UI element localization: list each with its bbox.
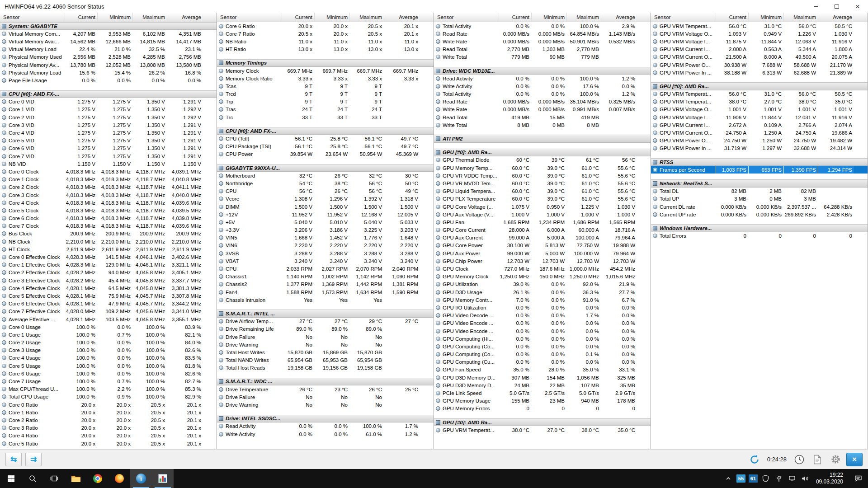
sensor-row-core-2-effective-clock[interactable]: Core 2 Effective Clock4,028.2 MHz94.0 MH… <box>0 269 217 277</box>
volume-tray-button[interactable] <box>800 469 810 488</box>
close-sensors-button[interactable]: × <box>846 453 863 466</box>
sensor-row-gpu-fan[interactable]: GPU Fan1,685 RPM1,234 RPM1,686 RPM1,565 … <box>434 218 651 226</box>
section-system-gigabyte[interactable]: System: GIGABYTE <box>0 22 217 30</box>
sensor-row-vin5[interactable]: VIN51.668 V1.452 V1.776 V1.648 V <box>217 234 434 242</box>
section-memory-timings[interactable]: Memory Timings <box>217 59 434 67</box>
sensor-row-write-total[interactable]: Write Total779 MB90 MB779 MB <box>434 53 651 61</box>
defender-tray-button[interactable] <box>761 469 771 488</box>
sensor-row-gpu-core-current[interactable]: GPU Core Current28.000 A6.000 A60.000 A1… <box>434 226 651 234</box>
sensor-row-trc[interactable]: Trc33 T33 T33 T <box>217 113 434 121</box>
section-gpu-0-amd-ra[interactable]: GPU [#0]: AMD Ra... <box>434 149 651 156</box>
sensor-row-gpu-plx-temperature[interactable]: GPU PLX Temperature60.0 °C39.0 °C61.0 °C… <box>434 195 651 203</box>
sensor-row-nb-vid[interactable]: NB VID1.150 V1.150 V1.150 V1.150 V <box>0 160 217 168</box>
sensor-row-gpu-d3d-memory-d[interactable]: GPU D3D Memory D...24 MB22 MB107 MB35 MB <box>434 381 651 389</box>
sensor-row-core-1-vid[interactable]: Core 1 VID1.275 V1.275 V1.350 V1.292 V <box>0 106 217 113</box>
sensor-row-physical-memory-load[interactable]: Physical Memory Load15.6 %15.4 %26.2 %16… <box>0 69 217 76</box>
sensor-row-gpu-computing-co[interactable]: GPU Computing (Co...0.0 %0.0 %0.1 %0.0 % <box>434 351 651 358</box>
sensor-row-drive-failure[interactable]: Drive FailureNoNoNo <box>217 393 434 401</box>
sensor-row-core-1-ratio[interactable]: Core 1 Ratio20.0 x20.0 x20.5 x20.1 x <box>0 408 217 416</box>
sensor-row-trp[interactable]: Trp9 T9 T9 T <box>217 98 434 106</box>
firefox-button[interactable] <box>108 469 130 488</box>
column-header-minimum[interactable]: Minimum <box>97 13 132 22</box>
sensor-row-gpu-memory-usage[interactable]: GPU Memory Usage155 MB23 MB940 MB178 MB <box>434 397 651 405</box>
sensor-row-core-4-clock[interactable]: Core 4 Clock4,018.3 MHz4,018.3 MHz4,118.… <box>0 199 217 206</box>
section-drive-intel-ssdsc[interactable]: Drive: INTEL SSDSC... <box>217 415 434 422</box>
sensor-row-read-activity[interactable]: Read Activity0.0 %0.0 %100.0 %1.7 % <box>217 422 434 430</box>
column-header-average[interactable]: Average <box>601 13 637 22</box>
column-header-minimum[interactable]: Minimum <box>531 13 566 22</box>
hwinfo-tray-readout-2[interactable]: 61 <box>749 474 758 483</box>
sensor-row-ht-ratio[interactable]: HT Ratio13.0 x13.0 x13.0 x13.0 x <box>217 46 434 53</box>
section-cpu-0-amd-fx[interactable]: CPU [#0]: AMD FX-... <box>217 127 434 135</box>
sensor-row-total-errors[interactable]: Total Errors0000 <box>651 232 868 240</box>
column-header-sensor[interactable]: Sensor <box>0 14 65 20</box>
sensor-row-gpu-computing-hi[interactable]: GPU Computing (Hi...0.0 %0.0 %0.0 %0.0 % <box>434 335 651 343</box>
sensor-row-frames-per-second[interactable]: Frames per Second1,003 FPS653 FPS1,390 F… <box>651 166 868 174</box>
sensor-row-tcas[interactable]: Tcas9 T9 T9 T <box>217 82 434 90</box>
sensor-row-chassis1[interactable]: Chassis11,140 RPM1,002 RPM1,142 RPM1,090… <box>217 273 434 281</box>
sensor-row-core-2-clock[interactable]: Core 2 Clock4,018.3 MHz4,018.3 MHz4,118.… <box>0 183 217 191</box>
section-gpu-0-amd-ra[interactable]: GPU [#0]: AMD Ra... <box>434 418 651 426</box>
sensor-row-core-5-usage[interactable]: Core 5 Usage100.0 %0.0 %100.0 %81.8 % <box>0 362 217 370</box>
sensor-row-gpu-thermal-diode[interactable]: GPU Thermal Diode60 °C39 °C61 °C56 °C <box>434 156 651 164</box>
sensor-row-drive-airflow-temp[interactable]: Drive Airflow Temp...27 °C27 °C29 °C27 °… <box>217 318 434 325</box>
sensor-row-gpu-vrm-voltage-i[interactable]: GPU VRM Voltage I...11.875 V11.844 V12.0… <box>651 38 868 45</box>
sensor-row-cpu-power[interactable]: CPU Power39.854 W23.654 W50.954 W45.369 … <box>217 150 434 158</box>
usb-tray-button[interactable] <box>774 469 784 488</box>
sensor-row-cpu-package-tsi[interactable]: CPU Package (TSI)56.1 °C25.8 °C56.1 °C49… <box>217 143 434 150</box>
chrome-button[interactable] <box>87 469 108 488</box>
maximize-button[interactable] <box>826 0 847 13</box>
sensor-row-cpu[interactable]: CPU56 °C26 °C56 °C49 °C <box>217 188 434 195</box>
column-header-average[interactable]: Average <box>384 13 420 22</box>
sensor-row-core-7-vid[interactable]: Core 7 VID1.275 V1.275 V1.350 V1.291 V <box>0 152 217 160</box>
sensor-row-chassis-intrusion[interactable]: Chassis IntrusionYesYesYes <box>217 296 434 304</box>
column-header-sensor[interactable]: Sensor <box>651 14 716 20</box>
sensor-row-gpu-core-power[interactable]: GPU Core Power30.100 W5.813 W72.750 W19.… <box>434 242 651 249</box>
sensor-row-read-rate[interactable]: Read Rate0.000 MB/s0.000 MB/s64.854 MB/s… <box>434 30 651 38</box>
section-gigabyte-990xa-u[interactable]: GIGABYTE 990XA-U... <box>217 164 434 172</box>
reset-values-button[interactable] <box>747 453 762 466</box>
sensor-row-core-6-clock[interactable]: Core 6 Clock4,018.3 MHz4,018.3 MHz4,118.… <box>0 215 217 222</box>
sensor-row-gpu-i-o-utilization[interactable]: GPU I/O Utilization0.0 %0.0 %0.0 %0.0 % <box>434 304 651 311</box>
sensor-row-core-0-ratio[interactable]: Core 0 Ratio20.0 x20.0 x20.5 x20.1 x <box>0 401 217 408</box>
sensor-row-total-nand-writes[interactable]: Total NAND Writes65,954 GB65,953 GB65,95… <box>217 357 434 364</box>
sensor-row-drive-remaining-life[interactable]: Drive Remaining Life89.0 %89.0 %89.0 % <box>217 325 434 333</box>
sensor-row-core-5-vid[interactable]: Core 5 VID1.275 V1.275 V1.350 V1.291 V <box>0 137 217 145</box>
sensor-row-core-7-ratio[interactable]: Core 7 Ratio20.5 x20.0 x20.5 x20.1 x <box>217 30 434 38</box>
sensor-row-gpu-vrm-temperat[interactable]: GPU VRM Temperat...56.0 °C31.0 °C56.0 °C… <box>651 22 868 30</box>
section-cpu-0-amd-fx[interactable]: CPU [#0]: AMD FX-... <box>0 90 217 98</box>
settings-button[interactable] <box>828 453 843 466</box>
sensor-row-read-total[interactable]: Read Total2,770 MB1,303 MB2,770 MB <box>434 46 651 53</box>
sensor-row-gpu-video-decode[interactable]: GPU Video Decode ...0.0 %0.0 %1.7 %0.0 % <box>434 312 651 319</box>
sensor-row-core-3-usage[interactable]: Core 3 Usage100.0 %0.0 %100.0 %82.6 % <box>0 347 217 354</box>
sensor-row-virtual-memory-load[interactable]: Virtual Memory Load22.4 %21.0 %32.5 %23.… <box>0 46 217 53</box>
sensor-row-drive-warning[interactable]: Drive WarningNoNoNo <box>217 341 434 348</box>
column-header-maximum[interactable]: Maximum <box>783 13 818 22</box>
report-button[interactable] <box>810 453 825 466</box>
sensor-row-core-3-vid[interactable]: Core 3 VID1.275 V1.275 V1.350 V1.291 V <box>0 121 217 129</box>
sensor-row-gpu-utilization[interactable]: GPU Utilization39.0 %0.0 %92.0 %21.9 % <box>434 281 651 288</box>
sensor-row-core-1-clock[interactable]: Core 1 Clock4,018.3 MHz4,018.3 MHz4,118.… <box>0 176 217 183</box>
section-s-m-a-r-t-wdc[interactable]: S.M.A.R.T.: WDC ... <box>217 378 434 385</box>
sensor-row-drive-warning[interactable]: Drive WarningNoNoNo <box>217 401 434 408</box>
sensor-row-core-0-clock[interactable]: Core 0 Clock4,018.3 MHz4,018.3 MHz4,118.… <box>0 168 217 175</box>
sensor-row-cpu-tctl[interactable]: CPU (Tctl)56.1 °C25.8 °C56.1 °C49.7 °C <box>217 135 434 142</box>
task-view-button[interactable] <box>43 469 65 488</box>
sensor-row-physical-memory-used[interactable]: Physical Memory Used2,556 MB2,528 MB4,28… <box>0 53 217 61</box>
sensor-row-read-activity[interactable]: Read Activity0.0 %0.0 %100.0 %1.2 % <box>434 75 651 82</box>
column-header-current[interactable]: Current <box>282 13 314 22</box>
clock-button[interactable] <box>792 453 807 466</box>
column-header-average[interactable]: Average <box>167 13 203 22</box>
sensor-row-core-1-effective-clock[interactable]: Core 1 Effective Clock4,028.3 MHz129.0 M… <box>0 261 217 269</box>
sensor-row-gpu-d3d-memory-d[interactable]: GPU D3D Memory D...307 MB154 MB1,056 MB3… <box>434 374 651 381</box>
sensor-row-virtual-memory-avai[interactable]: Virtual Memory Avai...14,562 MB12,666 MB… <box>0 38 217 45</box>
sensor-row-5v[interactable]: +5V5.040 V5.010 V5.040 V5.033 V <box>217 218 434 226</box>
column-header-maximum[interactable]: Maximum <box>132 13 167 22</box>
sensor-row-vbat[interactable]: VBAT3.240 V3.240 V3.240 V3.240 V <box>217 257 434 265</box>
sensor-row-gpu-aux-voltage-v[interactable]: GPU Aux Voltage (V...1.000 V1.000 V1.000… <box>434 211 651 218</box>
sensor-row-vin6[interactable]: VIN62.220 V2.220 V2.220 V2.220 V <box>217 242 434 249</box>
minimize-button[interactable] <box>806 0 826 13</box>
sensor-row-write-activity[interactable]: Write Activity0.0 %0.0 %17.6 %0.0 % <box>434 82 651 90</box>
sensor-row-gpu-vr-mvdd-tem[interactable]: GPU VR MVDD Tem...60.0 °C39.0 °C61.0 °C5… <box>434 179 651 187</box>
sensor-row-bus-clock[interactable]: Bus Clock200.9 MHz200.9 MHz200.9 MHz200.… <box>0 230 217 238</box>
